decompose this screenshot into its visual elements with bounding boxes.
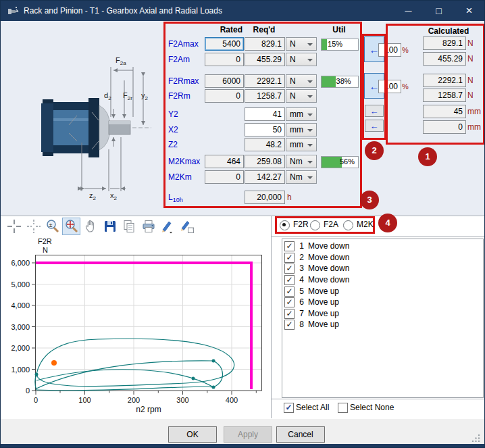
unit-select-x2[interactable]: mm	[286, 123, 317, 136]
crosshair-tool-button[interactable]	[5, 218, 23, 235]
list-item[interactable]: ✓ 5 Move up	[282, 286, 483, 297]
ok-button[interactable]: OK	[168, 426, 217, 443]
select-none-label[interactable]: Select None	[350, 403, 394, 412]
svg-text:200: 200	[128, 396, 140, 404]
svg-text:5,000: 5,000	[11, 280, 30, 289]
list-item[interactable]: ✓ 3 Move down	[282, 263, 483, 274]
minimize-icon: ─	[405, 5, 412, 16]
unit-select-y2[interactable]: mm	[286, 107, 317, 121]
util-bar-f2rmax: 38%	[321, 76, 359, 88]
rated-input-f2rmax[interactable]: 6000	[205, 74, 244, 88]
list-item[interactable]: ✓ 7 Move up	[282, 308, 483, 319]
select-all-checkbox[interactable]: ✓	[284, 403, 294, 413]
unit-select-m2kmax[interactable]: Nm	[286, 155, 317, 168]
checkbox-checked[interactable]: ✓	[284, 275, 295, 285]
zoom-tool-button[interactable]: ±	[43, 218, 61, 235]
svg-text:300: 300	[176, 396, 188, 404]
unit-select-f2am[interactable]: N	[286, 53, 317, 66]
print-tool-button[interactable]	[139, 218, 157, 235]
checkbox-checked[interactable]: ✓	[284, 287, 295, 297]
checkbox-checked[interactable]: ✓	[284, 264, 295, 274]
arrow-left-icon: ←	[365, 107, 383, 116]
unit-value: mm	[290, 109, 303, 119]
radio-m2k[interactable]	[343, 220, 353, 230]
transfer-x2-button[interactable]: ←	[365, 120, 384, 132]
minimize-button[interactable]: ─	[393, 1, 424, 21]
y-axis-title-line1: F2R	[38, 237, 52, 245]
list-item[interactable]: ✓ 2 Move down	[282, 252, 483, 263]
unit-select-f2rm[interactable]: N	[286, 89, 317, 103]
radio-label-m2k[interactable]: M2K	[357, 220, 374, 229]
label-f2amax: F2Amax	[168, 39, 199, 49]
label-y2: Y2	[168, 109, 178, 119]
crosshair-dashed-tool-button[interactable]	[24, 218, 43, 235]
rated-input-m2km[interactable]: 0	[205, 170, 244, 184]
operating-point-marker	[51, 360, 57, 366]
unit-select-m2km[interactable]: Nm	[286, 170, 317, 184]
item-label: Move down	[308, 274, 349, 285]
unit-value: mm	[290, 125, 303, 134]
select-none-checkbox[interactable]	[338, 403, 348, 413]
unit-select-f2rmax[interactable]: N	[286, 74, 317, 88]
unit-select-f2amax[interactable]: N	[286, 37, 317, 51]
calc-unit: mm	[467, 107, 481, 116]
percent-input-f2r[interactable]: 100	[378, 80, 401, 93]
l10h-field: 20,000	[245, 191, 285, 204]
chevron-down-icon	[307, 43, 313, 46]
cancel-button[interactable]: Cancel	[276, 426, 325, 443]
svg-text:±: ±	[49, 222, 52, 228]
label-f2rm: F2Rm	[168, 91, 190, 101]
checkbox-checked[interactable]: ✓	[284, 297, 295, 307]
checkbox-checked[interactable]: ✓	[284, 253, 295, 263]
copy-tool-button[interactable]	[120, 218, 138, 235]
rated-input-m2kmax[interactable]: 464	[205, 155, 244, 168]
edit-pencil-tool-button[interactable]	[158, 218, 176, 235]
radio-f2a[interactable]	[310, 220, 320, 230]
radio-label-f2r[interactable]: F2R	[293, 220, 309, 229]
chevron-down-icon	[307, 144, 313, 147]
crosshair-icon	[7, 219, 22, 234]
item-label: Move up	[308, 319, 339, 330]
chevron-down-icon	[307, 114, 313, 116]
checkbox-checked[interactable]: ✓	[284, 241, 295, 251]
curve-segment-list[interactable]: ✓ 1 Move down ✓ 2 Move down ✓ 3 Move dow…	[282, 239, 484, 398]
svg-text:4,000: 4,000	[11, 301, 30, 309]
zoom-pan-tool-button[interactable]	[62, 218, 80, 235]
chevron-down-icon	[307, 59, 313, 61]
print-icon	[141, 219, 156, 234]
percent-input-f2a[interactable]: 100	[378, 43, 401, 57]
unit-select-z2[interactable]: mm	[286, 138, 317, 151]
list-item[interactable]: ✓ 6 Move up	[282, 297, 483, 307]
item-label: Move up	[308, 308, 339, 319]
reqd-field-f2am: 455.29	[245, 53, 285, 66]
checkbox-checked[interactable]: ✓	[284, 309, 295, 319]
zoom-pan-icon	[64, 219, 79, 234]
pencil-icon	[159, 219, 176, 234]
util-label: 56%	[340, 157, 355, 166]
select-all-label[interactable]: Select All	[296, 403, 329, 412]
y2-input[interactable]: 41	[245, 107, 285, 121]
svg-text:2,000: 2,000	[11, 344, 30, 352]
y-tick-labels: 0 1,000 2,000 3,000 4,000 5,000 6,000	[11, 259, 30, 395]
rated-input-f2amax[interactable]: 5400	[205, 37, 244, 51]
list-item[interactable]: ✓ 1 Move down	[282, 241, 483, 251]
radio-f2r[interactable]	[280, 220, 290, 230]
transfer-y2-button[interactable]: ←	[365, 105, 384, 117]
z2-field: 48.2	[245, 138, 285, 151]
rated-input-f2rm[interactable]: 0	[205, 89, 244, 103]
list-item[interactable]: ✓ 8 Move up	[282, 319, 483, 330]
radio-label-f2a[interactable]: F2A	[324, 220, 338, 229]
radio-row-divider	[272, 237, 484, 237]
close-button[interactable]: ×	[454, 1, 484, 21]
x2-input[interactable]: 50	[245, 123, 285, 136]
label-z2: Z2	[168, 140, 178, 149]
rated-input-f2am[interactable]: 0	[205, 53, 244, 66]
edit-pencil-page-tool-button[interactable]	[178, 218, 196, 235]
save-tool-button[interactable]	[101, 218, 119, 235]
checkbox-checked[interactable]: ✓	[284, 320, 295, 330]
maximize-button[interactable]: □	[424, 1, 454, 21]
item-label: Move up	[308, 286, 339, 297]
util-bar-f2amax: 15%	[321, 39, 359, 51]
list-item[interactable]: ✓ 4 Move down	[282, 274, 483, 285]
pan-hand-tool-button[interactable]	[82, 218, 100, 235]
